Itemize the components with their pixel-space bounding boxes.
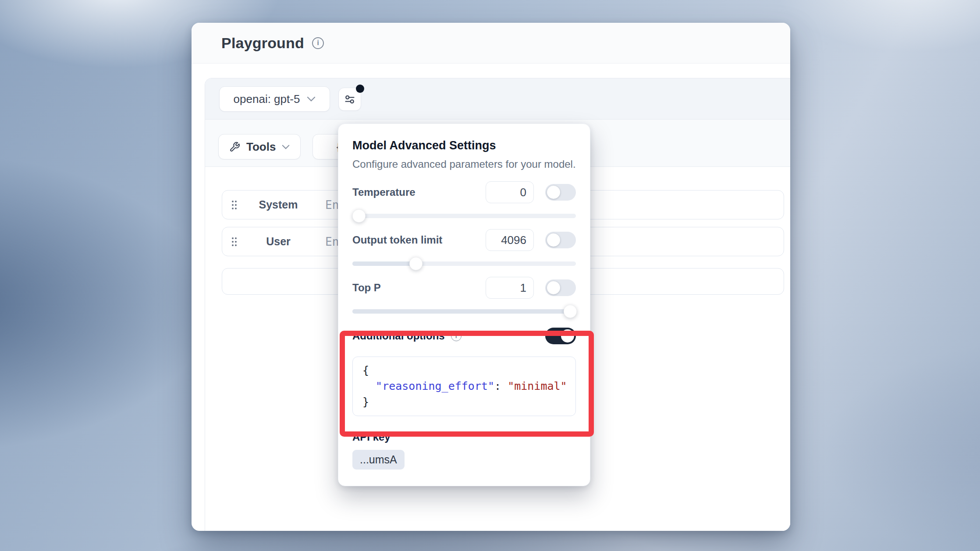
toggle-knob: [547, 186, 560, 199]
slider-fill: [352, 309, 570, 314]
chevron-down-icon: [307, 96, 316, 102]
parameter-toggle[interactable]: [545, 184, 576, 201]
page-title: Playground: [221, 35, 304, 52]
additional-options-info-icon[interactable]: i: [451, 331, 462, 341]
model-select-value: openai: gpt-5: [234, 92, 300, 106]
model-toolbar: openai: gpt-5: [205, 78, 790, 120]
chevron-down-icon: [282, 145, 290, 149]
additional-options-json-editor[interactable]: { "reasoning_effort": "minimal" }: [352, 357, 576, 416]
drag-handle-icon[interactable]: [231, 237, 238, 247]
param-list: Temperature Output token limit Top P: [352, 181, 576, 314]
slider-knob[interactable]: [409, 257, 423, 270]
sliders-icon: [344, 93, 356, 106]
toggle-knob: [547, 233, 560, 247]
json-separator: :: [494, 380, 508, 392]
drag-handle-icon[interactable]: [231, 200, 238, 210]
additional-options-toggle[interactable]: [545, 328, 576, 344]
api-key-section: API key ...umsA: [352, 431, 576, 470]
parameter-group: Top P: [352, 277, 576, 314]
parameter-label: Temperature: [352, 186, 486, 198]
model-advanced-settings-popup: Model Advanced Settings Configure advanc…: [338, 124, 590, 486]
api-key-masked-value[interactable]: ...umsA: [352, 450, 405, 470]
parameter-value-input[interactable]: [486, 181, 534, 203]
toggle-knob: [561, 329, 574, 343]
parameter-value-input[interactable]: [486, 229, 534, 251]
additional-options-section: Additional options i { "reasoning_effort…: [352, 328, 576, 416]
parameter-slider[interactable]: [352, 309, 576, 314]
api-key-label: API key: [352, 431, 576, 443]
tools-button-label: Tools: [246, 140, 276, 154]
parameter-value-input[interactable]: [486, 277, 534, 299]
wrench-icon: [229, 141, 240, 152]
parameter-label: Output token limit: [352, 234, 486, 246]
json-close-brace: }: [362, 396, 369, 408]
parameter-slider[interactable]: [352, 214, 576, 218]
slider-knob[interactable]: [352, 209, 366, 223]
parameter-group: Temperature: [352, 181, 576, 218]
page-header: Playground i: [192, 23, 790, 64]
parameter-group: Output token limit: [352, 229, 576, 266]
slider-knob[interactable]: [564, 305, 577, 318]
parameter-slider[interactable]: [352, 261, 576, 266]
parameter-label: Top P: [352, 282, 486, 294]
slider-fill: [352, 261, 416, 266]
popup-title: Model Advanced Settings: [352, 139, 576, 152]
message-role-label: User: [254, 235, 302, 248]
parameter-toggle[interactable]: [545, 279, 576, 296]
message-role-label: System: [254, 198, 302, 211]
json-value: "minimal": [508, 380, 567, 392]
toggle-knob: [547, 281, 560, 294]
json-open-brace: {: [362, 364, 369, 377]
popup-subtitle: Configure advanced parameters for your m…: [352, 158, 576, 170]
settings-notification-dot: [356, 85, 364, 93]
model-settings-button[interactable]: [338, 88, 361, 111]
json-key: "reasoning_effort": [376, 380, 494, 392]
page-info-icon[interactable]: i: [312, 37, 324, 49]
additional-options-label: Additional options: [352, 330, 445, 342]
model-select[interactable]: openai: gpt-5: [219, 86, 330, 112]
parameter-toggle[interactable]: [545, 232, 576, 248]
tools-button[interactable]: Tools: [218, 134, 301, 159]
